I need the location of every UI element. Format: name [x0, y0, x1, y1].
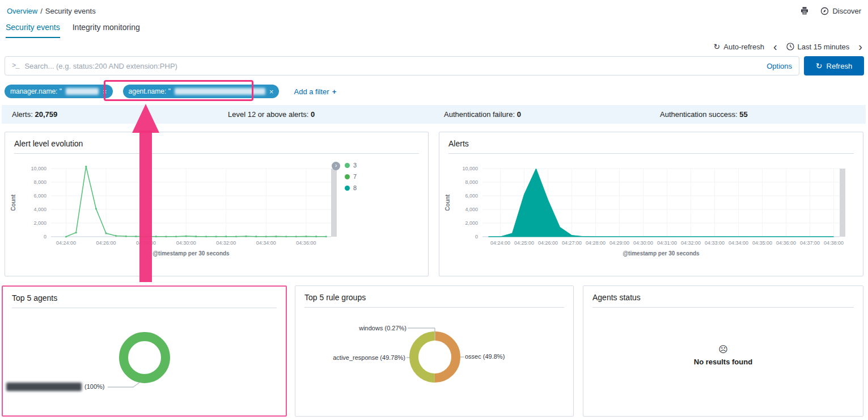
svg-text:Count: Count — [10, 194, 16, 211]
stat-value: 55 — [739, 110, 747, 119]
stat-label: Alerts: — [12, 110, 33, 119]
stat-auth-success: Authentication success: 55 — [650, 110, 866, 119]
svg-text:04:31:00: 04:31:00 — [657, 240, 677, 246]
legend-toggle-icon[interactable]: › — [332, 162, 340, 170]
highlighted-filter-wrap: agent.name: " × — [120, 81, 283, 102]
tab-security-events[interactable]: Security events — [6, 23, 60, 38]
alerts-chart[interactable]: 02,0004,0006,0008,00010,00004:24:0004:25… — [442, 158, 861, 262]
svg-text:8,000: 8,000 — [33, 179, 46, 185]
stat-alerts: Alerts: 20,759 — [2, 110, 218, 119]
plus-icon: + — [332, 87, 337, 96]
panel-alert-level-evolution: Alert level evolution 02,0004,0006,0008,… — [5, 132, 429, 276]
legend-item[interactable]: 8 — [345, 184, 357, 191]
stat-label: Authentication failure: — [444, 110, 515, 119]
security-events-page: Overview / Security events Discover Secu… — [0, 0, 868, 420]
pie-label-active-response: active_response (49.78%) — [333, 354, 405, 361]
query-prompt-icon: >_ — [12, 62, 19, 70]
filter-pill-manager-name[interactable]: manager.name: " × — [5, 85, 113, 98]
filter-pill-manager-text: manager.name: " — [10, 87, 62, 95]
svg-text:6,000: 6,000 — [465, 193, 478, 199]
discover-icon — [820, 7, 829, 15]
svg-text:Count: Count — [444, 194, 451, 211]
no-results-message: ☹ No results found — [583, 286, 863, 416]
sad-face-icon: ☹ — [718, 344, 728, 355]
redacted-agent-label — [6, 383, 82, 391]
legend-item[interactable]: 7 — [345, 173, 357, 180]
pie-label-agent: (100%) — [84, 383, 104, 390]
svg-text:6,000: 6,000 — [33, 193, 46, 199]
rule-groups-donut-chart[interactable] — [295, 286, 572, 415]
search-row: >_ Options ↻ Refresh — [5, 56, 864, 75]
svg-text:04:24:00: 04:24:00 — [56, 240, 76, 246]
time-back-chevron-icon[interactable]: ‹ — [773, 43, 777, 51]
legend-dot-icon — [345, 163, 350, 168]
svg-text:04:38:00: 04:38:00 — [824, 240, 844, 246]
svg-text:2,000: 2,000 — [33, 220, 46, 226]
filter-pill-agent-text: agent.name: " — [129, 87, 171, 95]
svg-text:04:32:00: 04:32:00 — [216, 240, 236, 246]
top-agents-donut-chart[interactable] — [3, 287, 286, 415]
filter-pill-agent-name[interactable]: agent.name: " × — [123, 85, 280, 98]
legend-item[interactable]: 3 — [345, 162, 357, 169]
legend-dot-icon — [345, 174, 350, 179]
search-input[interactable] — [24, 62, 761, 70]
panel-title: Alerts — [448, 139, 854, 154]
svg-text:04:28:00: 04:28:00 — [586, 240, 606, 246]
svg-text:04:30:00: 04:30:00 — [176, 240, 196, 246]
discover-button[interactable]: Discover — [820, 7, 861, 15]
filter-remove-icon[interactable]: × — [269, 87, 274, 96]
panel-title: Alert level evolution — [14, 139, 419, 154]
time-forward-chevron-icon[interactable]: › — [858, 43, 862, 51]
top-rule-groups-panel: Top 5 rule groups windows (0.27%) ossec … — [295, 285, 574, 417]
svg-text:0: 0 — [475, 234, 478, 240]
breadcrumb: Overview / Security events — [7, 7, 96, 15]
add-filter-label: Add a filter — [294, 87, 329, 96]
refresh-button[interactable]: ↻ Refresh — [804, 56, 864, 75]
filter-remove-icon[interactable]: × — [103, 87, 107, 96]
svg-text:04:35:00: 04:35:00 — [752, 240, 772, 246]
redacted-agent-value — [175, 88, 265, 95]
stat-label: Level 12 or above alerts: — [228, 110, 308, 119]
svg-text:04:25:00: 04:25:00 — [514, 240, 534, 246]
time-range-picker[interactable]: Last 15 minutes — [786, 43, 850, 51]
auto-refresh-button[interactable]: ↻ Auto-refresh — [714, 42, 764, 51]
svg-text:04:29:00: 04:29:00 — [609, 240, 629, 246]
svg-text:04:33:00: 04:33:00 — [705, 240, 725, 246]
svg-text:2,000: 2,000 — [465, 220, 478, 226]
svg-text:04:30:00: 04:30:00 — [633, 240, 653, 246]
tab-bar: Security events Integrity monitoring — [6, 23, 140, 38]
legend-label: 8 — [353, 184, 357, 191]
auto-refresh-label: Auto-refresh — [723, 43, 764, 51]
svg-text:04:27:00: 04:27:00 — [562, 240, 582, 246]
stats-bar: Alerts: 20,759 Level 12 or above alerts:… — [2, 105, 866, 124]
svg-text:04:28:00: 04:28:00 — [136, 240, 156, 246]
alert-level-evolution-chart[interactable]: 02,0004,0006,0008,00010,00004:24:0004:26… — [7, 158, 427, 262]
svg-text:04:26:00: 04:26:00 — [96, 240, 116, 246]
add-filter-button[interactable]: Add a filter + — [294, 87, 336, 96]
svg-text:10,000: 10,000 — [462, 166, 478, 171]
auto-refresh-icon: ↻ — [714, 42, 721, 51]
svg-text:04:36:00: 04:36:00 — [776, 240, 796, 246]
svg-text:8,000: 8,000 — [465, 179, 478, 185]
options-link[interactable]: Options — [767, 62, 792, 70]
svg-text:@timestamp per 30 seconds: @timestamp per 30 seconds — [153, 250, 230, 257]
tab-integrity-monitoring[interactable]: Integrity monitoring — [73, 23, 140, 38]
stat-auth-failure: Authentication failure: 0 — [434, 110, 650, 119]
svg-text:04:34:00: 04:34:00 — [256, 240, 276, 246]
svg-text:0: 0 — [44, 234, 46, 240]
breadcrumb-current: Security events — [45, 7, 96, 15]
stat-label: Authentication success: — [660, 110, 738, 119]
breadcrumb-separator: / — [40, 7, 43, 15]
refresh-label: Refresh — [827, 62, 853, 70]
refresh-icon: ↻ — [816, 61, 823, 70]
no-results-text: No results found — [694, 358, 752, 366]
search-box: >_ Options — [5, 56, 799, 75]
top-actions: Discover — [800, 6, 861, 15]
svg-text:04:26:00: 04:26:00 — [538, 240, 558, 246]
svg-text:04:32:00: 04:32:00 — [681, 240, 701, 246]
breadcrumb-overview-link[interactable]: Overview — [7, 7, 37, 15]
panel-alerts: Alerts 02,0004,0006,0008,00010,00004:24:… — [439, 132, 863, 276]
filter-bar: manager.name: " × agent.name: " × Add a … — [5, 83, 336, 100]
svg-text:04:36:00: 04:36:00 — [296, 240, 316, 246]
print-icon[interactable] — [800, 6, 809, 15]
